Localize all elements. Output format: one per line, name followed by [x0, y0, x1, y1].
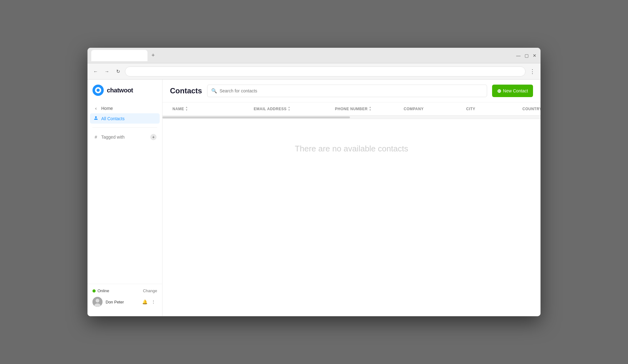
maximize-button[interactable]: ▢ — [524, 53, 529, 58]
tagged-with-item[interactable]: # Tagged with + — [90, 131, 160, 143]
sort-name-icon: ▲ ▼ — [185, 106, 188, 111]
contacts-icon — [93, 116, 99, 121]
avatar — [92, 297, 102, 307]
column-header-name[interactable]: NAME ▲ ▼ — [170, 102, 251, 115]
sidebar-item-all-contacts[interactable]: All Contacts — [90, 113, 160, 124]
close-button[interactable]: ✕ — [532, 53, 537, 58]
tab-area: + — [91, 50, 514, 61]
column-company-label: COMPANY — [404, 107, 424, 111]
column-phone-label: PHONE NUMBER — [335, 107, 368, 111]
sidebar-bottom: Online Change Don Peter 🔔 ⋮ — [87, 284, 162, 311]
main-content: Contacts 🔍 ⊕ New Contact NAME — [162, 80, 541, 316]
tagged-with-label: Tagged with — [101, 135, 125, 140]
chevron-left-icon: ‹ — [93, 106, 99, 111]
empty-state-message: There are no available contacts — [295, 144, 408, 154]
sort-email-icon: ▲ ▼ — [288, 106, 290, 111]
user-row: Don Peter 🔔 ⋮ — [92, 295, 157, 309]
plus-icon: ⊕ — [497, 88, 501, 94]
search-input-wrapper: 🔍 — [207, 85, 487, 97]
forward-button[interactable]: → — [102, 67, 111, 76]
nav-section: ‹ Home All Contacts — [87, 102, 162, 125]
sidebar-item-home-label: Home — [101, 106, 113, 111]
tagged-section: # Tagged with + — [87, 130, 162, 144]
sidebar: chatwoot ‹ Home All Contacts — [87, 80, 162, 316]
sort-phone-icon: ▲ ▼ — [369, 106, 371, 111]
table-header: NAME ▲ ▼ EMAIL ADDRESS ▲ ▼ — [162, 102, 541, 116]
contacts-header: Contacts 🔍 ⊕ New Contact — [162, 80, 541, 102]
logo-area: chatwoot — [87, 85, 162, 102]
address-bar[interactable] — [125, 66, 526, 76]
logo-inner — [95, 87, 101, 93]
column-header-phone[interactable]: PHONE NUMBER ▲ ▼ — [332, 102, 401, 115]
new-tab-button[interactable]: + — [149, 51, 157, 60]
sidebar-divider — [92, 127, 157, 128]
page-title: Contacts — [170, 86, 202, 95]
status-label: Online — [97, 288, 141, 293]
empty-state: There are no available contacts — [162, 119, 541, 179]
column-header-company: COMPANY — [401, 103, 464, 115]
logo-icon — [92, 85, 104, 96]
hash-icon: # — [93, 135, 99, 140]
column-city-label: CITY — [466, 107, 475, 111]
browser-menu-button[interactable]: ⋮ — [528, 67, 537, 76]
notification-icon[interactable]: 🔔 — [141, 298, 148, 306]
window-controls: — ▢ ✕ — [516, 53, 537, 58]
browser-window: + — ▢ ✕ ← → ↻ ⋮ chatwoot — [87, 48, 541, 316]
app-content: chatwoot ‹ Home All Contacts — [87, 80, 541, 316]
nav-bar: ← → ↻ ⋮ — [87, 63, 541, 80]
title-bar: + — ▢ ✕ — [87, 48, 541, 63]
tagged-add-button[interactable]: + — [150, 134, 157, 140]
search-area: 🔍 — [207, 85, 487, 97]
search-input[interactable] — [220, 88, 483, 93]
sidebar-item-home[interactable]: ‹ Home — [90, 103, 160, 113]
back-button[interactable]: ← — [91, 67, 100, 76]
sidebar-item-all-contacts-label: All Contacts — [101, 116, 125, 121]
logo-text: chatwoot — [107, 87, 133, 94]
column-name-label: NAME — [172, 107, 184, 111]
new-contact-label: New Contact — [503, 88, 528, 93]
user-actions: 🔔 ⋮ — [141, 298, 157, 306]
online-status-dot — [92, 289, 96, 293]
scroll-thumb — [162, 116, 350, 118]
svg-point-1 — [96, 299, 99, 303]
search-icon: 🔍 — [211, 88, 217, 94]
column-header-country: COUNTRY — [520, 103, 541, 115]
column-email-label: EMAIL ADDRESS — [254, 107, 287, 111]
user-name: Don Peter — [106, 300, 138, 304]
table-scroll-strip — [162, 116, 541, 119]
change-status-link[interactable]: Change — [143, 288, 157, 293]
column-country-label: COUNTRY — [522, 107, 541, 111]
refresh-button[interactable]: ↻ — [114, 67, 122, 76]
status-row: Online Change — [92, 287, 157, 295]
column-header-email[interactable]: EMAIL ADDRESS ▲ ▼ — [251, 102, 332, 115]
logo-dot — [97, 89, 100, 92]
contacts-table: NAME ▲ ▼ EMAIL ADDRESS ▲ ▼ — [162, 102, 541, 316]
browser-tab[interactable] — [91, 50, 147, 61]
new-contact-button[interactable]: ⊕ New Contact — [492, 85, 533, 97]
minimize-button[interactable]: — — [516, 53, 521, 58]
user-menu-icon[interactable]: ⋮ — [150, 298, 157, 306]
column-header-city: CITY — [464, 103, 520, 115]
